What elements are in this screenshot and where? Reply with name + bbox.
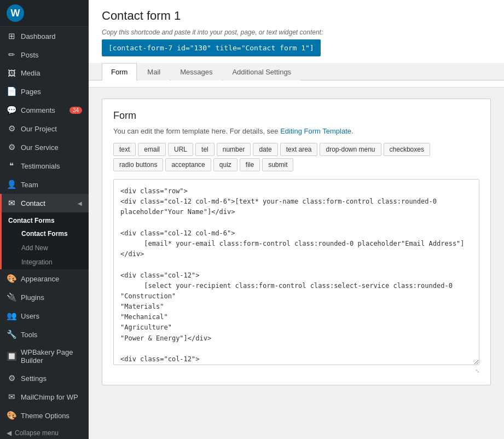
contact-icon: ✉ (7, 198, 16, 208)
submenu-item-contact-forms[interactable]: Contact Forms (2, 227, 89, 241)
sidebar-item-label: MailChimp for WP (21, 393, 78, 401)
sidebar-item-testimonials[interactable]: ❝ Testimonials (0, 157, 89, 175)
theme-options-icon: 🎨 (7, 411, 16, 420)
tag-btn-checkboxes[interactable]: checkboxes (384, 143, 430, 156)
settings-icon: ⚙ (7, 373, 16, 383)
dashboard-icon: ⊞ (7, 31, 16, 41)
tab-mail[interactable]: Mail (138, 63, 170, 80)
sidebar-item-our-project[interactable]: ⚙ Our Project (0, 119, 89, 138)
tag-btn-tel[interactable]: tel (195, 143, 215, 156)
posts-icon: ✏ (7, 50, 16, 60)
shortcode-label: Copy this shortcode and paste it into yo… (102, 28, 491, 36)
sidebar-item-label: Appearance (21, 275, 59, 283)
tag-btn-radio[interactable]: radio buttons (113, 158, 163, 171)
tag-btn-textarea[interactable]: text area (280, 143, 318, 156)
submenu-title: Contact Forms (2, 212, 89, 227)
tag-btn-file[interactable]: file (240, 158, 260, 171)
users-icon: 👥 (7, 311, 16, 321)
testimonials-icon: ❝ (7, 161, 16, 171)
contact-submenu: Contact Forms Contact Forms Add New Inte… (0, 212, 89, 269)
sidebar-item-mailchimp[interactable]: ✉ MailChimp for WP (0, 388, 89, 406)
editing-form-template-link[interactable]: Editing Form Template (280, 127, 351, 135)
sidebar-item-media[interactable]: 🖼 Media (0, 64, 89, 82)
sidebar-item-tools[interactable]: 🔧 Tools (0, 325, 89, 344)
tag-btn-acceptance[interactable]: acceptance (165, 158, 211, 171)
tag-btn-date[interactable]: date (253, 143, 277, 156)
sidebar-item-label: Settings (21, 374, 47, 383)
sidebar-item-label: Theme Options (21, 412, 69, 420)
page-header: Contact form 1 Copy this shortcode and p… (89, 0, 504, 88)
submenu-item-add-new[interactable]: Add New (2, 241, 89, 255)
plugins-icon: 🔌 (7, 292, 16, 302)
sidebar-item-plugins[interactable]: 🔌 Plugins (0, 288, 89, 307)
main-content: Contact form 1 Copy this shortcode and p… (89, 0, 504, 439)
sidebar-item-label: Team (21, 181, 38, 189)
tab-form[interactable]: Form (102, 63, 137, 80)
tools-icon: 🔧 (7, 330, 16, 339)
sidebar-item-label: Users (21, 312, 39, 320)
sidebar-item-our-service[interactable]: ⚙ Our Service (0, 138, 89, 157)
sidebar-item-label: Pages (21, 88, 41, 96)
sidebar-item-team[interactable]: 👤 Team (0, 175, 89, 194)
tag-btn-submit[interactable]: submit (262, 158, 293, 171)
sidebar-item-pages[interactable]: 📄 Pages (0, 82, 89, 101)
sidebar-item-settings[interactable]: ⚙ Settings (0, 369, 89, 388)
tag-btn-email[interactable]: email (138, 143, 166, 156)
mailchimp-icon: ✉ (7, 392, 16, 402)
code-editor[interactable]: <div class="row"> <div class="col-12 col… (113, 179, 479, 365)
resize-handle: ⤡ (113, 367, 479, 374)
sidebar: W ⊞ Dashboard ✏ Posts 🖼 Media 📄 Pages 💬 … (0, 0, 89, 439)
form-panel-title: Form (113, 110, 479, 122)
sidebar-item-label: Contact (21, 199, 45, 207)
sidebar-item-label: Our Project (21, 125, 57, 133)
tag-btn-number[interactable]: number (217, 143, 251, 156)
sidebar-item-posts[interactable]: ✏ Posts (0, 45, 89, 64)
collapse-menu-button[interactable]: ◀ Collapse menu (0, 425, 89, 439)
team-icon: 👤 (7, 180, 16, 189)
tag-btn-url[interactable]: URL (168, 143, 193, 156)
sidebar-item-label: Posts (21, 51, 39, 59)
collapse-icon: ◀ (7, 429, 11, 437)
tab-messages[interactable]: Messages (171, 63, 222, 80)
form-description-end: . (351, 127, 354, 135)
form-panel: Form You can edit the form template here… (102, 99, 491, 385)
pages-icon: 📄 (7, 86, 16, 96)
sidebar-item-label: Dashboard (21, 32, 56, 41)
sidebar-item-dashboard[interactable]: ⊞ Dashboard (0, 27, 89, 45)
content-area: Form You can edit the form template here… (89, 88, 504, 439)
sidebar-item-label: Our Service (21, 143, 59, 152)
sidebar-item-label: Comments (21, 106, 55, 114)
tab-additional-settings[interactable]: Additional Settings (223, 63, 300, 80)
collapse-label: Collapse menu (15, 429, 59, 437)
page-title: Contact form 1 (102, 9, 491, 23)
tabs-row: Form Mail Messages Additional Settings (89, 63, 504, 80)
submenu-item-integration[interactable]: Integration (2, 255, 89, 269)
comments-badge: 34 (69, 107, 82, 114)
contact-arrow-icon: ◀ (78, 200, 82, 206)
sidebar-item-appearance[interactable]: 🎨 Appearance (0, 269, 89, 288)
tag-btn-dropdown[interactable]: drop-down menu (320, 143, 381, 156)
our-service-icon: ⚙ (7, 142, 16, 152)
sidebar-item-users[interactable]: 👥 Users (0, 307, 89, 325)
sidebar-item-label: Plugins (21, 293, 44, 302)
shortcode-box[interactable]: [contact-form-7 id="130" title="Contact … (102, 39, 321, 56)
comments-icon: 💬 (7, 105, 16, 115)
appearance-icon: 🎨 (7, 274, 16, 284)
sidebar-logo: W (0, 0, 89, 27)
sidebar-item-theme-options[interactable]: 🎨 Theme Options (0, 406, 89, 425)
sidebar-item-comments[interactable]: 💬 Comments 34 (0, 101, 89, 119)
form-description: You can edit the form template here. For… (113, 127, 479, 135)
form-description-start: You can edit the form template here. For… (113, 127, 280, 135)
sidebar-item-label: Media (21, 69, 40, 77)
wpbakery-icon: 🔲 (7, 351, 16, 361)
wp-logo-icon: W (7, 4, 24, 22)
sidebar-item-label: WPBakery Page Builder (21, 348, 82, 365)
media-icon: 🖼 (7, 68, 16, 78)
tag-btn-text[interactable]: text (113, 143, 136, 156)
tag-btn-quiz[interactable]: quiz (213, 158, 237, 171)
sidebar-item-contact[interactable]: ✉ Contact ◀ (0, 194, 89, 212)
sidebar-item-wpbakery[interactable]: 🔲 WPBakery Page Builder (0, 344, 89, 369)
our-project-icon: ⚙ (7, 124, 16, 134)
tag-buttons-row: text email URL tel number date text area… (113, 143, 479, 171)
sidebar-item-label: Tools (21, 331, 37, 339)
